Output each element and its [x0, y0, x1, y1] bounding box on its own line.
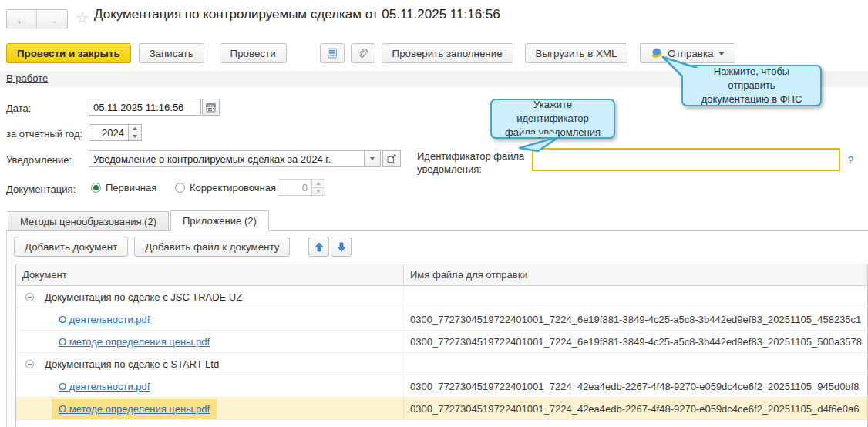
spin-down-icon: [316, 190, 321, 193]
favorite-star-icon[interactable]: ☆: [76, 8, 89, 27]
group-label: Документация по сделке с START Ltd: [45, 358, 219, 370]
move-up-button[interactable]: [308, 237, 329, 257]
spin-up-icon: [316, 182, 321, 185]
report-year-input[interactable]: [89, 124, 129, 141]
send-tooltip-tail: [657, 51, 700, 85]
table-row[interactable]: О деятельности.pdf 0300_7727304519722401…: [16, 375, 867, 398]
write-button[interactable]: Записать: [139, 43, 204, 63]
radio-corrective-label: Корректировочная: [190, 182, 276, 193]
collapse-icon[interactable]: [25, 293, 34, 301]
collapse-icon[interactable]: [25, 360, 34, 368]
documentation-label: Документация:: [6, 183, 76, 195]
back-button[interactable]: ←: [7, 10, 37, 29]
chevron-down-icon: [370, 157, 375, 160]
send-tooltip-line1: Нажмите, чтобы отправить: [689, 65, 814, 92]
main-toolbar: Провести и закрыть Записать Провести Про…: [6, 43, 735, 63]
table-row[interactable]: О деятельности.pdf 0300_7727304519722401…: [16, 308, 867, 331]
attachments-button[interactable]: [351, 43, 375, 63]
current-cell-highlight: О методе определения цены.pdf: [52, 399, 217, 419]
register-records-button[interactable]: [320, 43, 345, 63]
report-list-icon: [327, 48, 338, 59]
chevron-down-icon: [718, 52, 725, 55]
date-label: Дата:: [6, 103, 31, 114]
spin-up-icon: [133, 127, 137, 130]
spin-down-icon: [133, 135, 137, 138]
page-title: Документация по контролируемым сделкам о…: [94, 7, 500, 22]
notification-input[interactable]: [89, 150, 365, 167]
back-icon: ←: [16, 13, 28, 26]
correction-number-spinner: [311, 179, 325, 196]
table-header: Документ Имя файла для отправки: [16, 264, 867, 286]
tab-attachment[interactable]: Приложение (2): [170, 210, 269, 231]
history-nav: ← →: [6, 9, 68, 29]
radio-primary-label: Первичная: [106, 182, 156, 193]
document-window: ← → ☆ Документация по контролируемым сде…: [0, 0, 868, 427]
arrow-up-icon: [315, 242, 324, 252]
notification-label: Уведомление:: [6, 154, 72, 166]
table-row-group[interactable]: Документация по сделке с START Ltd: [16, 353, 867, 375]
post-and-close-button[interactable]: Провести и закрыть: [6, 43, 131, 63]
notification-dropdown-button[interactable]: [364, 150, 381, 167]
tab-content-edge: [6, 231, 7, 427]
file-id-input[interactable]: [532, 148, 840, 171]
forward-button[interactable]: →: [37, 10, 67, 29]
add-document-button[interactable]: Добавить документ: [14, 237, 128, 257]
radio-primary[interactable]: Первичная: [91, 182, 156, 193]
paperclip-icon: [357, 48, 368, 59]
move-down-button[interactable]: [331, 237, 352, 257]
file-id-tooltip-line1: Укажите идентификатор: [498, 98, 607, 126]
notification-open-button[interactable]: [382, 150, 401, 167]
report-year-label: за отчетный год:: [6, 128, 82, 140]
send-tooltip-line2: документацию в ФНС: [689, 92, 814, 106]
file-name: 0300_7727304519722401001_7224_6e19f881-3…: [410, 314, 861, 325]
document-link[interactable]: О деятельности.pdf: [59, 314, 150, 325]
date-picker-button[interactable]: [202, 99, 220, 116]
add-file-button[interactable]: Добавить файл к документу: [134, 237, 290, 257]
send-tooltip: Нажмите, чтобы отправить документацию в …: [681, 65, 822, 106]
file-name: 0300_7727304519722401001_7224_6e19f881-3…: [410, 336, 862, 348]
arrow-down-icon: [337, 242, 346, 252]
file-id-tooltip: Укажите идентификатор файла уведомления: [490, 99, 615, 139]
document-link[interactable]: О деятельности.pdf: [59, 381, 150, 392]
open-form-icon: [387, 154, 396, 163]
grid-toolbar: Добавить документ Добавить файл к докуме…: [14, 237, 352, 257]
table-row[interactable]: О методе определения цены.pdf 0300_77273…: [16, 331, 867, 353]
tab-pricing-methods[interactable]: Методы ценообразования (2): [8, 211, 169, 231]
export-xml-button[interactable]: Выгрузить в XML: [525, 43, 628, 63]
check-fill-button[interactable]: Проверить заполнение: [382, 43, 513, 63]
status-link[interactable]: В работе: [6, 72, 48, 84]
group-label: Документация по сделке с JSC TRADE UZ: [45, 291, 242, 303]
correction-number-input: [278, 179, 312, 196]
file-name: 0300_7727304519722401001_7224_42ea4edb-2…: [410, 381, 859, 392]
file-id-label: Идентификатор файла уведомления:: [417, 150, 529, 176]
report-year-spinner[interactable]: [128, 124, 142, 141]
document-link[interactable]: О методе определения цены.pdf: [59, 336, 210, 348]
file-id-tooltip-tail: [512, 134, 567, 153]
date-input[interactable]: [89, 99, 201, 116]
post-button[interactable]: Провести: [220, 43, 287, 63]
file-name: 0300_7727304519722401001_7224_42ea4edb-2…: [410, 403, 859, 415]
column-header-document[interactable]: Документ: [16, 264, 403, 285]
radio-checked-icon: [91, 183, 101, 193]
calendar-icon: [206, 103, 216, 113]
help-link[interactable]: ?: [848, 154, 853, 166]
tab-bar: Методы ценообразования (2) Приложение (2…: [6, 210, 269, 231]
radio-unchecked-icon: [175, 183, 185, 193]
radio-corrective[interactable]: Корректировочная: [175, 182, 276, 193]
table-row-group[interactable]: Документация по сделке с JSC TRADE UZ: [16, 286, 867, 308]
table-row-selected[interactable]: О методе определения цены.pdf 0300_77273…: [16, 398, 867, 420]
document-link[interactable]: О методе определения цены.pdf: [59, 403, 210, 415]
forward-icon: →: [46, 13, 58, 26]
documents-table: Документ Имя файла для отправки Документ…: [15, 264, 868, 427]
column-header-filename[interactable]: Имя файла для отправки: [403, 264, 867, 285]
